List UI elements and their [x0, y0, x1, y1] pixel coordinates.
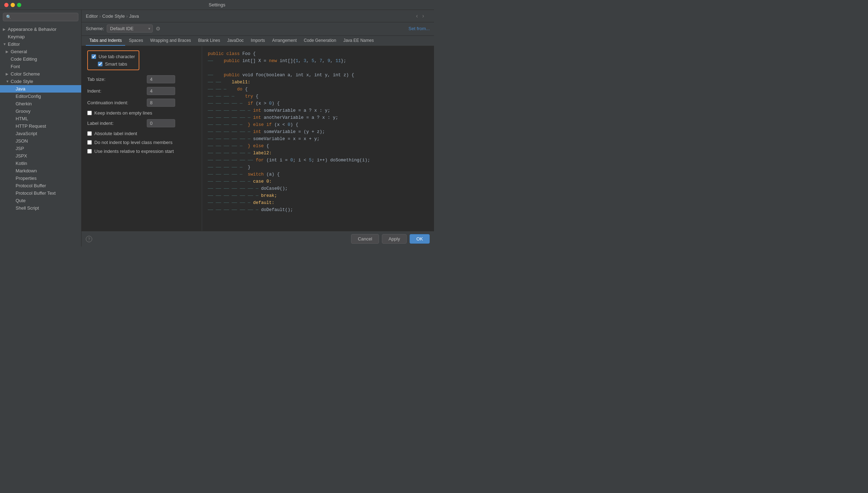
smart-tabs-checkbox[interactable] — [98, 62, 102, 66]
sidebar-tree: ▶ Appearance & Behavior Keymap ▼ Editor … — [0, 24, 81, 246]
sidebar-item-javascript[interactable]: JavaScript — [0, 130, 81, 137]
code-line: —— —— —— —— —— —— for (int i = 0; i < 5;… — [208, 157, 428, 164]
sidebar-item-markdown[interactable]: Markdown — [0, 167, 81, 175]
sidebar-item-label: Groovy — [16, 109, 30, 114]
sidebar-item-html[interactable]: HTML — [0, 115, 81, 122]
keep-indents-checkbox[interactable] — [87, 111, 92, 115]
title-bar: Settings — [0, 0, 434, 10]
tab-wrapping-braces[interactable]: Wrapping and Braces — [146, 36, 194, 46]
sidebar-item-label: EditorConfig — [16, 94, 41, 99]
sidebar-item-properties[interactable]: Properties — [0, 175, 81, 182]
window-controls[interactable] — [4, 3, 21, 7]
sidebar-item-label: Color Scheme — [11, 71, 40, 77]
code-line: —— —— label1: — [208, 79, 428, 86]
sidebar-item-qute[interactable]: Qute — [0, 197, 81, 204]
label-indent-row: Label indent: — [87, 119, 196, 127]
sidebar-item-label: Protocol Buffer Text — [16, 190, 56, 196]
arrow-icon — [11, 94, 16, 98]
set-from-link[interactable]: Set from... — [408, 26, 430, 31]
code-line: —— —— —— —— —— — int someVariable = a ? … — [208, 107, 428, 114]
scheme-select[interactable]: Default IDE Project — [107, 24, 153, 33]
cancel-button[interactable]: Cancel — [351, 234, 379, 244]
indent-input[interactable] — [147, 87, 175, 95]
smart-tabs-row[interactable]: Smart tabs — [98, 61, 135, 67]
search-input[interactable] — [3, 13, 78, 21]
breadcrumb-code-style[interactable]: Code Style — [102, 13, 125, 19]
forward-arrow[interactable]: › — [421, 13, 425, 19]
help-button[interactable]: ? — [86, 236, 92, 242]
use-tab-character-checkbox[interactable] — [91, 54, 96, 59]
sidebar-item-label: HTML — [16, 116, 28, 121]
sidebar-item-shell-script[interactable]: Shell Script — [0, 204, 81, 212]
close-button[interactable] — [4, 3, 9, 7]
scheme-row: Scheme: Default IDE Project ⚙ Set from..… — [82, 22, 434, 36]
maximize-button[interactable] — [17, 3, 21, 7]
no-indent-top-level-checkbox[interactable] — [87, 140, 92, 145]
sidebar-item-code-style[interactable]: ▼ Code Style — [0, 78, 81, 85]
keep-indents-row[interactable]: Keep indents on empty lines — [87, 110, 196, 116]
tab-arrangement[interactable]: Arrangement — [268, 36, 300, 46]
tab-imports[interactable]: Imports — [247, 36, 268, 46]
sidebar-item-appearance-behavior[interactable]: ▶ Appearance & Behavior — [0, 26, 81, 33]
tab-java-ee-names[interactable]: Java EE Names — [340, 36, 377, 46]
code-line: —— —— —— —— —— — int someVariable = (y +… — [208, 128, 428, 135]
arrow-icon — [11, 199, 16, 203]
label-indent-input[interactable] — [147, 119, 175, 127]
sidebar-item-gherkin[interactable]: Gherkin — [0, 100, 81, 107]
use-indents-relative-row[interactable]: Use indents relative to expression start — [87, 149, 196, 154]
sidebar-item-keymap[interactable]: Keymap — [0, 33, 81, 40]
no-indent-top-level-row[interactable]: Do not indent top level class members — [87, 140, 196, 145]
code-line: —— —— —— —— — } — [208, 164, 428, 171]
arrow-icon — [11, 176, 16, 180]
gear-icon[interactable]: ⚙ — [156, 26, 160, 32]
arrow-icon — [11, 124, 16, 128]
sidebar-item-jsp[interactable]: JSP — [0, 145, 81, 152]
back-arrow[interactable]: ‹ — [414, 13, 419, 19]
breadcrumb-editor[interactable]: Editor — [86, 13, 98, 19]
sidebar-item-editorconfig[interactable]: EditorConfig — [0, 93, 81, 100]
arrow-icon — [11, 102, 16, 106]
sidebar-item-kotlin[interactable]: Kotlin — [0, 160, 81, 167]
sidebar-item-protocol-buffer[interactable]: Protocol Buffer — [0, 182, 81, 189]
sidebar-item-json[interactable]: JSON — [0, 137, 81, 145]
sidebar-item-editor[interactable]: ▼ Editor — [0, 40, 81, 48]
tab-code-generation[interactable]: Code Generation — [300, 36, 340, 46]
tab-blank-lines[interactable]: Blank Lines — [195, 36, 224, 46]
absolute-label-indent-row[interactable]: Absolute label indent — [87, 131, 196, 136]
arrow-icon — [6, 57, 11, 61]
indent-row: Indent: — [87, 87, 196, 95]
arrow-icon — [11, 87, 16, 91]
sidebar-item-java[interactable]: Java — [0, 85, 81, 93]
minimize-button[interactable] — [11, 3, 15, 7]
tab-tabs-indents[interactable]: Tabs and Indents — [86, 36, 125, 46]
continuation-indent-input[interactable] — [147, 99, 175, 107]
sidebar-item-label: Java — [16, 86, 25, 92]
code-line: —— —— —— —— —— — int anotherVariable = a… — [208, 114, 428, 121]
nav-arrows: ‹ › — [414, 13, 425, 19]
sidebar-item-code-editing[interactable]: Code Editing — [0, 55, 81, 63]
sidebar-item-http-request[interactable]: HTTP Request — [0, 122, 81, 130]
sidebar-item-protocol-buffer-text[interactable]: Protocol Buffer Text — [0, 189, 81, 197]
absolute-label-indent-checkbox[interactable] — [87, 131, 92, 136]
sidebar-item-color-scheme[interactable]: ▶ Color Scheme — [0, 70, 81, 78]
code-preview: public class Foo { —— public int[] X = n… — [202, 46, 434, 231]
split-content: Use tab character Smart tabs Tab size: I… — [82, 46, 434, 231]
sidebar-item-groovy[interactable]: Groovy — [0, 107, 81, 115]
tab-size-input[interactable] — [147, 75, 175, 83]
sidebar-item-label: Code Style — [11, 79, 33, 84]
sidebar-item-general[interactable]: ▶ General — [0, 48, 81, 55]
sidebar-item-jspx[interactable]: JSPX — [0, 152, 81, 160]
code-line: —— —— —— — try { — [208, 93, 428, 100]
sidebar-item-label: Qute — [16, 198, 26, 203]
use-tab-character-row[interactable]: Use tab character — [91, 54, 135, 59]
tab-javadoc[interactable]: JavaDoc — [224, 36, 247, 46]
sidebar-item-label: Kotlin — [16, 161, 27, 166]
sidebar-item-label: Properties — [16, 176, 37, 181]
use-indents-relative-checkbox[interactable] — [87, 149, 92, 154]
breadcrumb-java: Java — [129, 13, 139, 19]
sidebar-item-font[interactable]: Font — [0, 63, 81, 70]
ok-button[interactable]: OK — [410, 234, 430, 244]
indent-label: Indent: — [87, 88, 144, 94]
apply-button[interactable]: Apply — [382, 234, 407, 244]
tab-spaces[interactable]: Spaces — [125, 36, 146, 46]
